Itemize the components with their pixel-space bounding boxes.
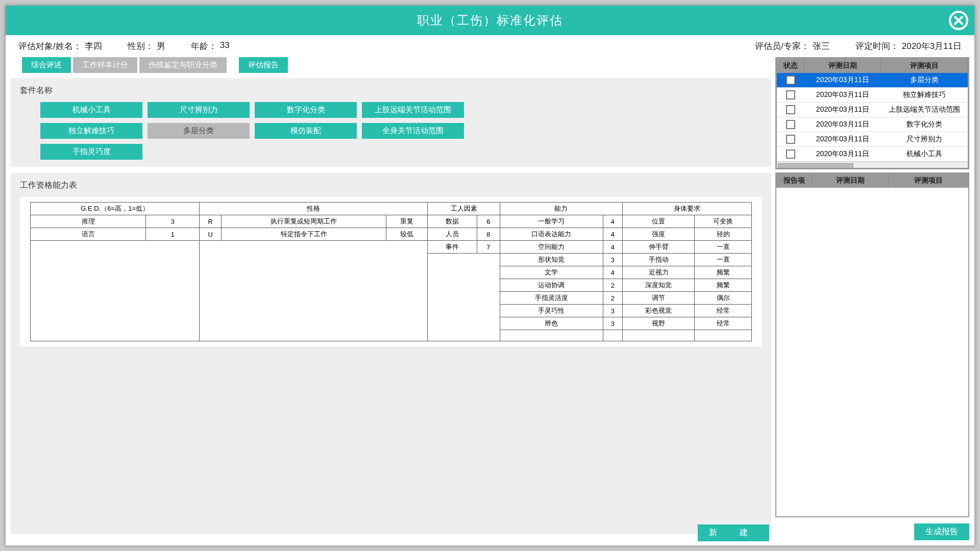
- tr-r0c2: 重复: [386, 215, 427, 228]
- bd-r6c1: 偶尔: [695, 292, 744, 305]
- tab-bar: 综合评述 工作样本计分 伤残鉴定与职业分类 评估报告: [22, 57, 744, 73]
- wf-r2c1: 7: [477, 241, 500, 254]
- age-value: 33: [220, 40, 230, 52]
- ab-r0c0: 一般学习: [500, 215, 603, 228]
- bd-r3c0: 手指动: [622, 254, 695, 266]
- bd-r0c1: 可变换: [695, 215, 744, 228]
- bd-r8c0: 视野: [622, 317, 695, 330]
- wf-r1c1: 8: [477, 228, 500, 241]
- ged-r0c1: 3: [146, 215, 200, 228]
- kit-btn-2[interactable]: 数字化分类: [255, 102, 357, 118]
- tab-sample-score[interactable]: 工作样本计分: [73, 57, 137, 73]
- kit-btn-1[interactable]: 尺寸辨别力: [148, 102, 250, 118]
- bd-r7c0: 彩色视觉: [622, 305, 695, 317]
- kit-title: 套件名称: [20, 85, 744, 96]
- capability-table: G.E.D.（6=高，1=低） 性格 工人因素 能力 身体要求 推理3 R执行重…: [30, 202, 744, 341]
- ab-r5c0: 运动协调: [500, 279, 603, 292]
- capability-panel: 工作资格能力表 G.E.D.（6=高，1=低） 性格 工人因素 能力 身体要求: [11, 173, 744, 418]
- tab-report[interactable]: 评估报告: [239, 57, 288, 73]
- bd-r4c1: 频繁: [695, 266, 744, 279]
- ged-r0c0: 推理: [31, 215, 146, 228]
- kit-btn-8[interactable]: 手指灵巧度: [40, 144, 142, 160]
- bd-r1c0: 强度: [622, 228, 695, 241]
- gender-label: 性别：: [128, 40, 154, 52]
- wf-r0c0: 数据: [428, 215, 477, 228]
- window-title: 职业（工伤）标准化评估: [417, 12, 563, 29]
- ab-r4c0: 文学: [500, 266, 603, 279]
- tr-r0c1: 执行重复或短周期工作: [222, 215, 386, 228]
- main-window: 职业（工伤）标准化评估 评估对象/姓名：李四 性别：男 年龄：33 评估员/专家…: [5, 5, 744, 418]
- ab-r1c0: 口语表达能力: [500, 228, 603, 241]
- tr-r1c0: U: [200, 228, 222, 241]
- ab-r7c0: 手灵巧性: [500, 305, 603, 317]
- bd-r4c0: 近视力: [622, 266, 695, 279]
- bd-r8c1: 经常: [695, 317, 744, 330]
- subject-label: 评估对象/姓名：: [18, 40, 82, 52]
- subject-value: 李四: [85, 40, 102, 52]
- bd-r5c0: 深度知觉: [622, 279, 695, 292]
- th-ged: G.E.D.（6=高，1=低）: [31, 203, 200, 215]
- bd-r0c0: 位置: [622, 215, 695, 228]
- bd-r2c0: 伸手臂: [622, 241, 695, 254]
- kit-btn-3[interactable]: 上肢远端关节活动范围: [362, 102, 464, 118]
- ab-r8c1: 3: [603, 317, 623, 330]
- ab-r7c1: 3: [603, 305, 623, 317]
- bd-r3c1: 一直: [695, 254, 744, 266]
- th-body: 身体要求: [622, 203, 744, 215]
- ab-r3c1: 3: [603, 254, 623, 266]
- kit-btn-5[interactable]: 多层分类: [148, 123, 250, 139]
- bd-r5c1: 频繁: [695, 279, 744, 292]
- kit-btn-4[interactable]: 独立解难技巧: [40, 123, 142, 139]
- wf-r2c0: 事件: [428, 241, 477, 254]
- age-label: 年龄：: [191, 40, 217, 52]
- kit-btn-7[interactable]: 全身关节活动范围: [362, 123, 464, 139]
- ab-r5c1: 2: [603, 279, 623, 292]
- tr-r0c0: R: [200, 215, 222, 228]
- kit-btn-0[interactable]: 机械小工具: [40, 102, 142, 118]
- wf-r0c1: 6: [477, 215, 500, 228]
- ab-r2c0: 空间能力: [500, 241, 603, 254]
- tab-summary[interactable]: 综合评述: [22, 57, 71, 73]
- capability-title: 工作资格能力表: [20, 180, 744, 191]
- ab-r6c0: 手指灵活度: [500, 292, 603, 305]
- ged-r1c0: 语言: [31, 228, 146, 241]
- th-ability: 能力: [500, 203, 622, 215]
- ab-r6c1: 2: [603, 292, 623, 305]
- bd-r2c1: 一直: [695, 241, 744, 254]
- ab-r0c1: 4: [603, 215, 623, 228]
- ab-r1c1: 4: [603, 228, 623, 241]
- gender-value: 男: [157, 40, 165, 52]
- ab-r2c1: 4: [603, 241, 623, 254]
- ab-r3c0: 形状知觉: [500, 254, 603, 266]
- th-worker: 工人因素: [428, 203, 500, 215]
- bd-r1c1: 轻的: [695, 228, 744, 241]
- tr-r1c1: 特定指令下工作: [222, 228, 386, 241]
- kit-panel: 套件名称 机械小工具 尺寸辨别力 数字化分类 上肢远端关节活动范围 独立解难技巧…: [11, 78, 744, 167]
- ab-r4c1: 4: [603, 266, 623, 279]
- th-trait: 性格: [200, 203, 428, 215]
- tab-disability[interactable]: 伤残鉴定与职业分类: [139, 57, 227, 73]
- ged-r1c1: 1: [146, 228, 200, 241]
- kit-btn-6[interactable]: 模仿装配: [255, 123, 357, 139]
- tr-r1c2: 较低: [386, 228, 427, 241]
- bd-r6c0: 调节: [622, 292, 695, 305]
- header-info: 评估对象/姓名：李四 性别：男 年龄：33 评估员/专家：张三 评定时间：202…: [6, 35, 744, 57]
- ab-r8c0: 辨色: [500, 317, 603, 330]
- wf-r1c0: 人员: [428, 228, 477, 241]
- titlebar: 职业（工伤）标准化评估: [6, 6, 744, 35]
- bd-r7c1: 经常: [695, 305, 744, 317]
